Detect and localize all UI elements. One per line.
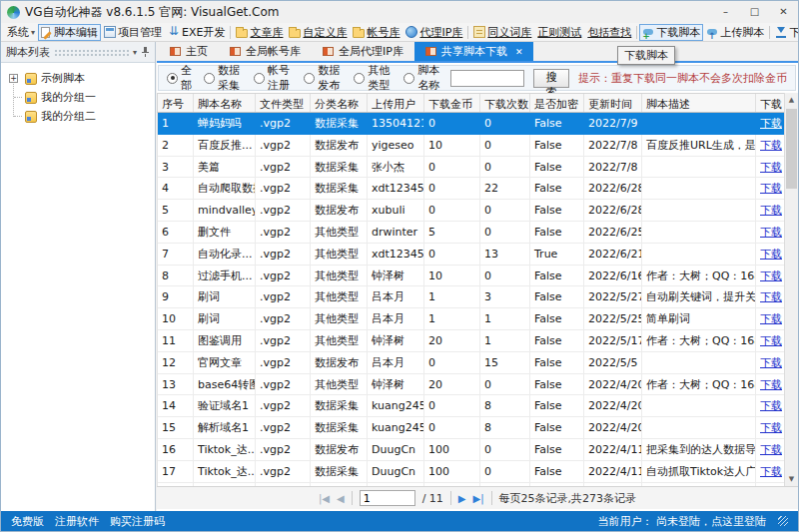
cell-download: 下载 <box>756 244 786 266</box>
toolbar-item-bracket-search[interactable]: 包括查找 <box>584 24 634 41</box>
search-button[interactable]: 搜索 <box>533 69 569 88</box>
resize-grip[interactable] <box>778 516 788 526</box>
sidebar-item-my-group-2[interactable]: 我的分组二 <box>1 107 155 126</box>
prev-page-button[interactable]: ◀ <box>337 493 345 504</box>
column-header-encrypted[interactable]: 是否加密 <box>530 94 584 112</box>
download-link[interactable]: 下载 <box>760 356 782 369</box>
scrollbar-thumb[interactable] <box>786 109 797 189</box>
download-link[interactable]: 下载 <box>760 248 782 261</box>
radio-script-name[interactable]: 脚本名称 <box>403 63 441 93</box>
download-link[interactable]: 下载 <box>760 399 782 412</box>
radio-data-publish[interactable]: 数据发布 <box>304 63 342 93</box>
page-input[interactable] <box>360 490 415 506</box>
column-header-seq[interactable]: 序号 <box>158 94 194 112</box>
toolbar-item-custom-library[interactable]: 自定义库 <box>286 24 350 41</box>
maximize-button[interactable]: □ <box>740 1 769 23</box>
column-header-download-count[interactable]: 下载次数 <box>480 94 530 112</box>
column-header-description[interactable]: 脚本描述 <box>642 94 756 112</box>
table-row[interactable]: 2百度反推....vgp2数据发布yigeseo100False2022/7/8… <box>158 135 786 157</box>
vertical-scrollbar[interactable]: ▲ ▼ <box>784 93 798 487</box>
table-row[interactable]: 14验证域名1.vgp2数据采集kuang245229908False2022/… <box>158 395 786 417</box>
tab-close-icon[interactable]: ✕ <box>515 47 523 57</box>
radio-other-type[interactable]: 其他类型 <box>354 63 392 93</box>
download-link[interactable]: 下载 <box>760 421 782 434</box>
table-row[interactable]: 4自动爬取数据.vgp2数据采集xdt12345022False2022/6/2… <box>158 178 786 200</box>
expand-icon[interactable]: + <box>9 74 18 83</box>
table-row[interactable]: 6删文件.vgp2其他类型drwinter50False2022/6/25下载 <box>158 222 786 244</box>
radio-account-register[interactable]: 帐号注册 <box>254 63 292 93</box>
toolbar-item-project-manage[interactable]: 项目管理 <box>101 24 165 41</box>
status-link-free-version[interactable]: 免费版 <box>11 514 44 529</box>
status-left-links: 免费版注册软件购买注册码 <box>11 514 165 529</box>
toolbar-item-account-library[interactable]: 帐号库 <box>350 24 402 41</box>
download-link[interactable]: 下载 <box>760 465 782 478</box>
chevron-down-icon[interactable]: ▾ <box>133 48 137 57</box>
table-row[interactable]: 8过滤手机....vgp2其他类型钟泽树100False2022/6/16作者：… <box>158 266 786 287</box>
tab-global-proxy-ip-library[interactable]: 全局代理IP库 <box>312 42 414 61</box>
column-header-file-type[interactable]: 文件类型 <box>256 94 311 112</box>
toolbar-item-regex-test[interactable]: 正则测试 <box>534 24 584 41</box>
download-link[interactable]: 下载 <box>760 378 782 391</box>
download-link[interactable]: 下载 <box>760 334 782 347</box>
radio-data-collect[interactable]: 数据采集 <box>204 63 242 93</box>
toolbar-item-system[interactable]: 系统▾ <box>4 24 38 41</box>
table-row[interactable]: 9刷词.vgp2其他类型吕本月13False2022/5/27自动刷关键词，提升… <box>158 286 786 308</box>
column-header-category[interactable]: 分类名称 <box>311 94 368 112</box>
status-link-buy-license[interactable]: 购买注册码 <box>110 514 165 529</box>
table-row[interactable]: 15解析域名1.vgp2数据采集kuang245229908False2022/… <box>158 417 786 439</box>
sidebar-item-my-group-1[interactable]: 我的分组一 <box>1 88 155 107</box>
download-link[interactable]: 下载 <box>760 269 782 282</box>
tab-home[interactable]: 主页 <box>159 42 219 61</box>
column-header-update-time[interactable]: 更新时间 <box>584 94 642 112</box>
first-page-button[interactable]: |◀ <box>319 493 330 504</box>
download-link[interactable]: 下载 <box>760 161 782 174</box>
download-link[interactable]: 下载 <box>760 226 782 239</box>
cell-download-count: 3 <box>480 286 530 308</box>
scroll-up-icon[interactable]: ▲ <box>785 93 798 108</box>
toolbar-item-upload-script[interactable]: 上传脚本 <box>703 24 767 41</box>
column-header-coins[interactable]: 下载金币 <box>424 94 480 112</box>
last-page-button[interactable]: ▶| <box>473 493 484 504</box>
table-row[interactable]: 5mindvalley.vgp2数据发布xubuli00False2022/6/… <box>158 200 786 222</box>
toolbar-item-download-manager[interactable]: 下载管理 <box>772 24 798 41</box>
sidebar-item-example-scripts[interactable]: +示例脚本 <box>1 69 155 88</box>
table-row[interactable]: 16Tiktok_达....vgp2数据发布DuugCn1000False202… <box>158 439 786 461</box>
table-row[interactable]: 12官网文章.vgp2数据发布吕本月015False2022/5/5下载 <box>158 352 786 374</box>
toolbar-item-exe-develop[interactable]: EXE开发 <box>165 24 228 41</box>
minimize-button[interactable]: – <box>711 1 740 23</box>
cell-seq: 5 <box>158 200 194 222</box>
tab-global-account-library[interactable]: 全局帐号库 <box>219 42 312 61</box>
table-row[interactable]: 7自动化录....vgp2其他类型xdt12345013True2022/6/2… <box>158 244 786 266</box>
table-row[interactable]: 10刷词.vgp2其他类型吕本月11False2022/5/25简单刷词下载 <box>158 308 786 330</box>
radio-all[interactable]: 全部 <box>167 63 192 93</box>
next-page-button[interactable]: ▶ <box>458 493 466 504</box>
download-link[interactable]: 下载 <box>760 443 782 456</box>
table-row[interactable]: 17Tiktok_达....vgp2数据采集DuugCn1000False202… <box>158 461 786 483</box>
toolbar-item-script-edit[interactable]: 脚本编辑 <box>38 24 101 41</box>
column-header-uploader[interactable]: 上传用户 <box>368 94 424 112</box>
scroll-down-icon[interactable]: ▼ <box>785 472 798 487</box>
toolbar-item-proxy-ip-library[interactable]: 代理IP库 <box>402 24 465 41</box>
status-link-register-software[interactable]: 注册软件 <box>55 514 99 529</box>
current-user-label[interactable]: 当前用户： 尚未登陆，点这里登陆 <box>598 514 767 529</box>
toolbar-item-download-script[interactable]: 下载脚本 <box>639 24 703 41</box>
download-link[interactable]: 下载 <box>760 312 782 325</box>
column-header-script-name[interactable]: 脚本名称 <box>194 94 256 112</box>
toolbar-item-synonym-library[interactable]: 同义词库 <box>470 24 534 41</box>
tab-shared-script-download[interactable]: 共享脚本下载✕ <box>414 42 534 61</box>
script-name-input[interactable] <box>450 70 524 87</box>
close-button[interactable]: ✕ <box>769 1 798 23</box>
download-link[interactable]: 下载 <box>760 182 782 195</box>
table-row[interactable]: 3美篇.vgp2数据采集张小杰00False2022/7/8下载 <box>158 157 786 179</box>
column-header-download[interactable]: 下载 <box>756 94 787 112</box>
table-row[interactable]: 13base64转图片.vgp2其他类型钟泽树200False2022/4/20… <box>158 374 786 396</box>
cell-coins: 100 <box>424 439 480 461</box>
table-row[interactable]: 1蝉妈妈吗.vgp2数据采集1350412101400False2022/7/9… <box>158 113 786 135</box>
download-link[interactable]: 下载 <box>760 139 782 152</box>
download-link[interactable]: 下载 <box>760 204 782 217</box>
download-link[interactable]: 下载 <box>760 290 782 303</box>
pin-icon[interactable] <box>141 47 150 57</box>
download-link[interactable]: 下载 <box>760 117 782 130</box>
table-row[interactable]: 11图鉴调用.vgp2其他类型钟泽树201False2022/5/17作者：大树… <box>158 330 786 352</box>
toolbar-item-article-library[interactable]: 文章库 <box>233 24 286 41</box>
